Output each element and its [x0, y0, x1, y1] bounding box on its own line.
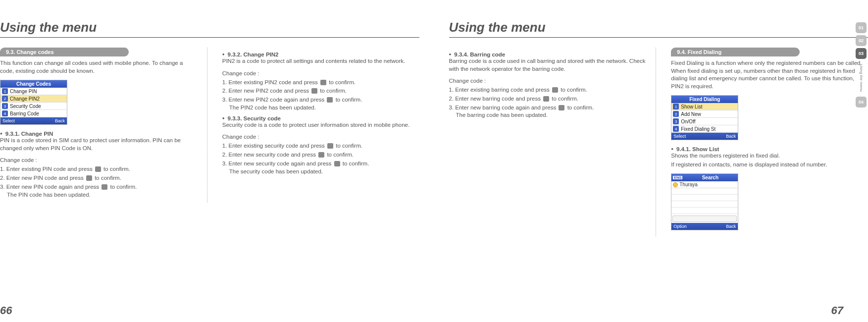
screenshot-title: ENG Search	[671, 174, 738, 181]
section-931-result: The PIN code has been updated.	[0, 192, 197, 198]
section-934-steps: 1. Enter existing barring code and press…	[449, 86, 646, 118]
tab-03[interactable]: 03	[856, 48, 867, 59]
col-3: 9.3.4. Barring code Barring code is a co…	[449, 48, 657, 236]
col-4: 9.4. Fixed Dialing Fixed Dialing is a fu…	[671, 48, 868, 236]
ok-icon	[95, 166, 101, 172]
section-933-steps: 1. Enter existing security code and pres…	[222, 142, 419, 174]
section-932-result: The PIN2 code has been updated.	[222, 105, 419, 110]
section-933-desc: Security code is a code to protect user …	[222, 121, 419, 129]
thuraya-brand-row: Thuraya	[671, 181, 738, 188]
section-933-result: The security code has been updated.	[222, 168, 419, 174]
section-94-intro: Fixed Dialing is a function where only t…	[671, 59, 868, 90]
tab-02[interactable]: 02	[856, 35, 867, 46]
side-vertical-label: Using the menu	[859, 64, 864, 92]
screenshot-softkeys: Option Back	[671, 223, 738, 230]
screenshot-row: 4Barring Code	[0, 110, 67, 117]
section-93-intro: This function can change all codes used …	[0, 59, 197, 75]
change-code-label: Change code :	[222, 70, 419, 76]
page-67: Using the menu 9.3.4. Barring code Barri…	[439, 0, 868, 322]
section-94-pill: 9.4. Fixed Dialing	[671, 48, 800, 56]
col-1: 9.3. Change codes This function can chan…	[0, 48, 207, 203]
screenshot-row: 1Show List	[671, 103, 738, 110]
change-code-label: Change code :	[449, 78, 646, 84]
ok-icon	[318, 152, 324, 158]
title-rule	[0, 37, 419, 38]
screenshot-row: 2Add New	[671, 110, 738, 118]
ok-icon	[334, 161, 340, 166]
section-931-steps: 1. Enter existing PIN code and press to …	[0, 165, 197, 197]
ok-icon	[543, 96, 549, 102]
page-title-right: Using the menu	[449, 20, 868, 35]
change-codes-screenshot: Change Codes 1Change PIN 2Change PIN2 3S…	[0, 80, 67, 125]
section-93-pill: 9.3. Change codes	[0, 48, 129, 56]
ok-icon	[320, 80, 326, 85]
fixed-dialing-screenshot: Fixed Dialing 1Show List 2Add New 3On/Of…	[671, 95, 738, 140]
thuraya-icon	[673, 182, 678, 187]
search-body	[671, 188, 738, 223]
change-code-label: Change code :	[0, 157, 197, 163]
ok-icon	[327, 143, 333, 149]
section-934-result: The barring code has been updated.	[449, 112, 646, 118]
ok-icon	[552, 87, 558, 93]
section-932-steps: 1. Enter existing PIN2 code and press to…	[222, 78, 419, 110]
eng-badge: ENG	[673, 176, 682, 179]
title-rule	[449, 37, 868, 38]
ok-icon	[559, 105, 564, 110]
section-933-title: 9.3.3. Security code	[222, 115, 419, 121]
section-932-desc: PIN2 is a code to protect all settings a…	[222, 57, 419, 65]
section-932-title: 9.3.2. Change PIN2	[222, 52, 419, 57]
page-number-right: 67	[831, 304, 843, 317]
tab-01[interactable]: 01	[856, 22, 867, 33]
section-931-desc: PIN is a code stored in SIM card to prot…	[0, 137, 197, 152]
col-2: 9.3.2. Change PIN2 PIN2 is a code to pro…	[222, 48, 419, 203]
section-934-desc: Barring code is a code used in call barr…	[449, 57, 646, 73]
screenshot-softkeys: Select Back	[671, 133, 738, 140]
section-941-line1: Shows the numbers registered in fixed di…	[671, 152, 868, 160]
tab-04[interactable]: 04	[856, 97, 867, 107]
screenshot-row: 3On/Off	[671, 118, 738, 125]
change-code-label: Change code :	[222, 134, 419, 140]
screenshot-softkeys: Select Back	[0, 117, 67, 124]
search-screenshot: ENG Search Thuraya Option Back	[671, 173, 738, 230]
ok-icon	[86, 175, 92, 181]
page-number-left: 66	[0, 304, 12, 317]
search-input-field	[672, 215, 737, 222]
screenshot-row: 3Security Code	[0, 103, 67, 110]
ok-icon	[311, 88, 317, 94]
section-941-line2: If registered in contacts, name is displ…	[671, 161, 868, 169]
screenshot-title: Change Codes	[0, 80, 67, 88]
screenshot-row: 2Change PIN2	[0, 95, 67, 103]
side-tabs: 01 02 03 Using the menu 04	[854, 22, 868, 107]
ok-icon	[327, 97, 333, 103]
screenshot-row: 1Change PIN	[0, 88, 67, 95]
section-931-title: 9.3.1. Change PIN	[0, 131, 197, 137]
page-66: Using the menu 9.3. Change codes This fu…	[0, 0, 439, 322]
section-941-title: 9.4.1. Show List	[671, 146, 868, 152]
screenshot-row: 4Fixed Dialing St	[671, 125, 738, 133]
page-title-left: Using the menu	[0, 20, 419, 35]
screenshot-title: Fixed Dialing	[671, 96, 738, 103]
ok-icon	[102, 184, 107, 190]
section-934-title: 9.3.4. Barring code	[449, 52, 646, 57]
